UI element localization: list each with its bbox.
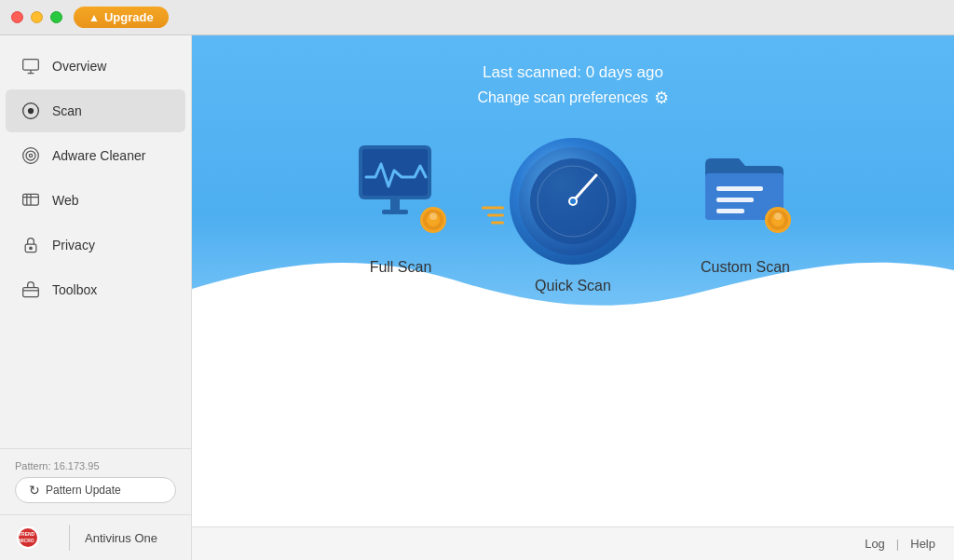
full-scan-icon xyxy=(349,138,452,240)
sidebar-item-toolbox[interactable]: Toolbox xyxy=(6,268,185,311)
sidebar-item-overview[interactable]: Overview xyxy=(6,45,185,88)
content-inner: Last scanned: 0 days ago Change scan pre… xyxy=(192,35,954,560)
upgrade-arrow-icon: ▲ xyxy=(89,11,100,24)
quick-scan-speedometer xyxy=(508,136,638,266)
scan-preferences-link[interactable]: Change scan preferences ⚙ xyxy=(477,88,668,108)
sidebar-item-web[interactable]: Web xyxy=(6,179,185,222)
svg-point-28 xyxy=(570,198,576,204)
upgrade-button[interactable]: ▲ Upgrade xyxy=(74,7,169,28)
svg-point-36 xyxy=(774,212,782,220)
main-layout: Overview Scan xyxy=(0,35,954,560)
quick-scan-label: Quick Scan xyxy=(535,278,611,294)
scan-icon xyxy=(20,101,41,121)
upgrade-label: Upgrade xyxy=(104,10,154,24)
svg-point-21 xyxy=(429,212,437,220)
gear-icon: ⚙ xyxy=(654,88,669,108)
lock-icon xyxy=(20,235,41,255)
globe-icon xyxy=(20,190,41,211)
svg-text:TREND: TREND xyxy=(19,531,35,537)
svg-point-5 xyxy=(29,154,32,157)
pattern-update-label: Pattern Update xyxy=(46,484,121,497)
toolbox-icon xyxy=(20,280,41,300)
svg-text:MICRO: MICRO xyxy=(19,538,34,543)
sidebar-item-adware-label: Adware Cleaner xyxy=(52,148,145,163)
sidebar-item-privacy[interactable]: Privacy xyxy=(6,224,185,266)
full-scan-label: Full Scan xyxy=(370,259,432,276)
svg-rect-31 xyxy=(716,198,754,202)
scan-info: Last scanned: 0 days ago Change scan pre… xyxy=(477,35,668,108)
content-area: Last scanned: 0 days ago Change scan pre… xyxy=(192,35,954,560)
sidebar: Overview Scan xyxy=(0,35,192,560)
svg-point-2 xyxy=(29,109,34,114)
brand-area: TREND MICRO Antivirus One xyxy=(0,514,191,560)
minimize-button[interactable] xyxy=(31,11,43,23)
svg-rect-0 xyxy=(23,60,39,71)
custom-scan-label: Custom Scan xyxy=(701,259,790,276)
full-scan-option[interactable]: Full Scan xyxy=(349,138,452,276)
target-icon xyxy=(20,145,41,166)
title-bar: ▲ Upgrade xyxy=(0,0,954,35)
svg-point-3 xyxy=(23,148,39,164)
brand-name: Antivirus One xyxy=(85,531,157,545)
trend-micro-logo: TREND MICRO xyxy=(15,525,54,551)
maximize-button[interactable] xyxy=(50,11,62,23)
svg-rect-17 xyxy=(382,210,408,214)
svg-point-8 xyxy=(30,247,33,250)
custom-scan-icon xyxy=(694,138,797,240)
svg-rect-16 xyxy=(390,199,400,211)
pattern-version: Pattern: 16.173.95 xyxy=(15,460,176,471)
speed-lines xyxy=(482,207,504,225)
close-button[interactable] xyxy=(11,11,23,23)
sidebar-footer: Pattern: 16.173.95 ↻ Pattern Update xyxy=(0,448,191,514)
sidebar-item-adware[interactable]: Adware Cleaner xyxy=(6,134,185,177)
pattern-update-button[interactable]: ↻ Pattern Update xyxy=(15,477,176,503)
last-scanned-text: Last scanned: 0 days ago xyxy=(477,63,668,82)
refresh-icon: ↻ xyxy=(29,483,40,498)
sidebar-item-scan[interactable]: Scan xyxy=(6,89,185,132)
svg-rect-32 xyxy=(716,209,744,213)
scan-options-container: Full Scan xyxy=(192,136,954,332)
brand-divider xyxy=(69,525,70,551)
monitor-icon xyxy=(20,56,41,76)
sidebar-nav: Overview Scan xyxy=(0,35,191,448)
sidebar-item-overview-label: Overview xyxy=(52,59,106,74)
sidebar-item-toolbox-label: Toolbox xyxy=(52,282,97,297)
svg-rect-30 xyxy=(716,186,763,191)
sidebar-item-scan-label: Scan xyxy=(52,103,82,118)
svg-rect-9 xyxy=(23,288,39,297)
change-prefs-label: Change scan preferences xyxy=(477,89,647,106)
svg-point-4 xyxy=(26,151,35,160)
sidebar-item-web-label: Web xyxy=(52,193,79,208)
quick-scan-option[interactable]: Quick Scan xyxy=(508,136,638,294)
custom-scan-option[interactable]: Custom Scan xyxy=(694,138,797,276)
sidebar-item-privacy-label: Privacy xyxy=(52,238,95,253)
